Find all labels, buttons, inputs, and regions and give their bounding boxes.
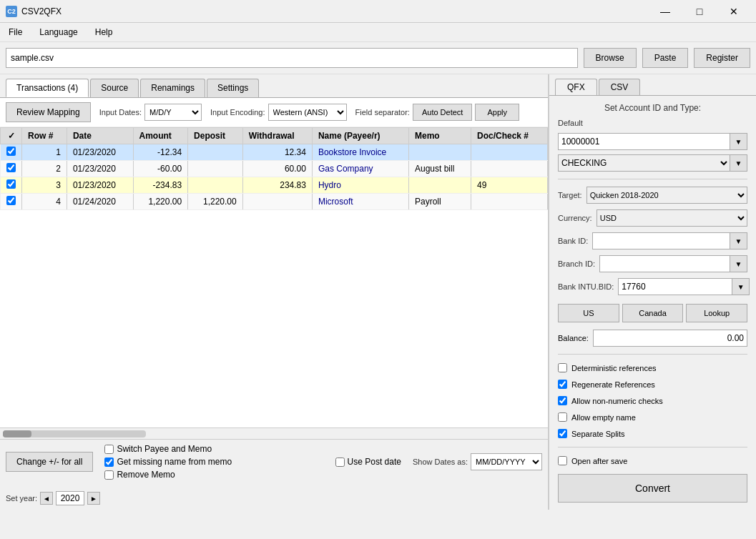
- table-row[interactable]: 1 01/23/2020 -12.34 12.34 Bookstore Invo…: [1, 144, 548, 161]
- account-id-input[interactable]: [558, 133, 730, 150]
- branch-id-dropdown[interactable]: ▼: [730, 255, 747, 272]
- row-name: Gas Company: [312, 161, 408, 177]
- canada-button[interactable]: Canada: [622, 304, 684, 322]
- menu-language[interactable]: Language: [36, 26, 80, 39]
- deterministic-checkbox[interactable]: [558, 363, 567, 372]
- right-tabs: QFX CSV: [549, 74, 756, 95]
- restore-button[interactable]: □: [683, 0, 716, 23]
- tab-content: Review Mapping Input Dates: M/D/Y D/M/Y …: [0, 97, 548, 510]
- bank-intu-dropdown[interactable]: ▼: [732, 278, 750, 295]
- target-select[interactable]: Quicken 2018-2020 Quicken 2015-2017 Quic…: [586, 187, 747, 204]
- convert-button[interactable]: Convert: [558, 474, 747, 503]
- allow-empty-checkbox[interactable]: [558, 412, 567, 422]
- row-withdrawal: 60.00: [242, 161, 312, 177]
- tab-transactions[interactable]: Transactions (4): [6, 79, 89, 97]
- close-button[interactable]: ✕: [717, 0, 750, 23]
- row-doc: [471, 161, 547, 177]
- minimize-button[interactable]: —: [649, 0, 682, 23]
- get-missing-checkbox[interactable]: [104, 458, 114, 467]
- menu-file[interactable]: File: [6, 26, 25, 39]
- tab-settings[interactable]: Settings: [207, 79, 259, 97]
- regenerate-checkbox[interactable]: [558, 380, 567, 389]
- use-post-checkbox[interactable]: [335, 458, 345, 467]
- auto-detect-button[interactable]: Auto Detect: [413, 104, 472, 121]
- menu-help[interactable]: Help: [92, 26, 116, 39]
- row-amount: -234.83: [133, 177, 188, 194]
- account-type-dropdown[interactable]: ▼: [730, 154, 747, 172]
- default-label-row: Default: [558, 119, 747, 127]
- tabs: Transactions (4) Source Renamings Settin…: [0, 74, 548, 97]
- default-label: Default: [558, 119, 583, 127]
- change-button[interactable]: Change +/- for all: [6, 452, 93, 472]
- input-encoding-label: Input Encoding:: [210, 108, 265, 117]
- row-amount: 1,220.00: [133, 194, 188, 210]
- year-next-button[interactable]: ►: [87, 492, 100, 505]
- row-amount: -60.00: [133, 161, 188, 177]
- filepath-input[interactable]: [6, 48, 578, 68]
- currency-select[interactable]: USD EUR GBP CAD: [597, 209, 747, 227]
- input-dates-group: Input Dates: M/D/Y D/M/Y Y/M/D: [99, 104, 202, 121]
- show-dates-select[interactable]: MM/DD/YYYY DD/MM/YYYY YYYY/MM/DD: [471, 453, 542, 470]
- header-doc: Doc/Check #: [471, 128, 547, 144]
- app-title: CSV2QFX: [21, 6, 62, 16]
- row-number: 4: [22, 194, 67, 210]
- row-deposit: [188, 144, 243, 161]
- year-prev-button[interactable]: ◄: [40, 492, 53, 505]
- browse-button[interactable]: Browse: [584, 48, 637, 68]
- table-row[interactable]: 2 01/23/2020 -60.00 60.00 Gas Company Au…: [1, 161, 548, 177]
- us-button[interactable]: US: [558, 304, 619, 322]
- bank-id-dropdown[interactable]: ▼: [730, 232, 747, 249]
- controls-bar: Review Mapping Input Dates: M/D/Y D/M/Y …: [0, 98, 548, 127]
- set-year-group: Set year: ◄ ►: [6, 491, 100, 505]
- row-checkbox[interactable]: [6, 147, 16, 156]
- field-separator-label: Field separator:: [355, 108, 410, 117]
- header-row: Row #: [22, 128, 67, 144]
- bank-intu-input[interactable]: [618, 278, 732, 295]
- apply-button[interactable]: Apply: [475, 104, 519, 121]
- row-amount: -12.34: [133, 144, 188, 161]
- review-mapping-button[interactable]: Review Mapping: [6, 102, 91, 122]
- tab-source[interactable]: Source: [90, 79, 139, 97]
- tab-renamings[interactable]: Renamings: [140, 79, 205, 97]
- separator-3: [558, 447, 747, 447]
- paste-button[interactable]: Paste: [642, 48, 689, 68]
- branch-id-label: Branch ID:: [558, 259, 595, 268]
- open-after-checkbox[interactable]: [558, 456, 567, 465]
- currency-row: Currency: USD EUR GBP CAD: [558, 209, 747, 227]
- open-after-label: Open after save: [571, 457, 627, 465]
- separate-splits-label: Separate Splits: [571, 430, 625, 438]
- table-row[interactable]: 4 01/24/2020 1,220.00 1,220.00 Microsoft…: [1, 194, 548, 210]
- row-date: 01/23/2020: [67, 161, 133, 177]
- table-container[interactable]: ✓ Row # Date Amount Deposit Withdrawal N…: [0, 127, 548, 427]
- input-encoding-select[interactable]: Western (ANSI) UTF-8 UTF-16: [268, 104, 347, 121]
- table-row[interactable]: 3 01/23/2020 -234.83 234.83 Hydro 49: [1, 177, 548, 194]
- year-input[interactable]: [56, 491, 84, 505]
- horizontal-scrollbar[interactable]: [0, 427, 548, 439]
- row-checkbox[interactable]: [6, 163, 16, 172]
- register-button[interactable]: Register: [694, 48, 750, 68]
- input-dates-select[interactable]: M/D/Y D/M/Y Y/M/D: [144, 104, 202, 121]
- lookup-button[interactable]: Lookup: [686, 304, 747, 322]
- set-year-label: Set year:: [6, 494, 37, 503]
- allow-nonnumeric-row: Allow non-numeric checks: [558, 396, 747, 405]
- remove-memo-checkbox[interactable]: [104, 470, 114, 480]
- row-name: Microsoft: [312, 194, 408, 210]
- remove-memo-group: Remove Memo: [104, 470, 232, 480]
- titlebar: C2 CSV2QFX — □ ✕: [0, 0, 756, 23]
- rtab-qfx[interactable]: QFX: [555, 79, 597, 95]
- switch-payee-checkbox[interactable]: [104, 445, 114, 454]
- rtab-csv[interactable]: CSV: [599, 79, 641, 95]
- row-checkbox-cell: [1, 177, 22, 194]
- account-type-select[interactable]: CHECKING SAVINGS CREDITCARD MONEYMRKT: [558, 154, 730, 172]
- row-checkbox[interactable]: [6, 179, 16, 189]
- account-id-dropdown[interactable]: ▼: [730, 133, 747, 150]
- target-row: Target: Quicken 2018-2020 Quicken 2015-2…: [558, 187, 747, 204]
- branch-id-input[interactable]: [599, 255, 730, 272]
- use-post-label: Use Post date: [348, 457, 401, 467]
- separate-splits-checkbox[interactable]: [558, 429, 567, 438]
- balance-input[interactable]: [593, 330, 747, 347]
- row-checkbox[interactable]: [6, 196, 16, 205]
- bank-id-input[interactable]: [592, 232, 730, 249]
- allow-nonnumeric-checkbox[interactable]: [558, 396, 567, 405]
- region-buttons: US Canada Lookup: [558, 304, 747, 322]
